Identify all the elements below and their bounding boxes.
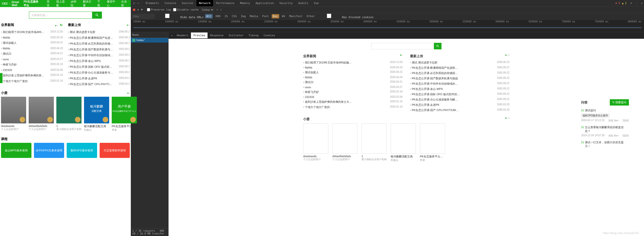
tab-sources[interactable]: Sources [179,0,196,6]
pv-search-input[interactable] [371,43,434,49]
list-item[interactable]: PK生态公开课-国标 OFD 版式软件的应用1583.09.22 [410,92,509,97]
list-item[interactable]: 我们梳理了2019年文娱市场489起融资事件，看...2019.12.03 [1,29,63,35]
list-item[interactable]: PK生态公开课-办公云漫游服务与解决方案1583.09.2 [68,70,130,76]
list-item[interactable]: 放到沙发上范德萨佛挡杀佛的发士大夫的是2020.01.16 [1,73,63,78]
book-card[interactable]: dsfasdfadsfads 个人认证的用户 [29,97,54,132]
filter-input[interactable] [132,14,154,19]
blocked-cookies-checkbox[interactable]: Has blocked cookies [318,14,374,19]
list-item[interactable]: 测试222020.04.21 [1,51,63,57]
list-item[interactable]: PK生态公开课-数通网络国产化进程及解决方案1583.09.22 [410,65,509,71]
error-badge[interactable]: ✖ 5 [615,2,621,5]
list-item[interactable]: 我们梳理了2019年文娱市场489起融资事件，看...2019.12.03 [303,60,403,65]
tab-vue[interactable]: Vue [311,0,321,6]
list-item[interactable]: PK生态公开课-中间件在信创领域的现状及应用1583.09.2 [68,52,130,58]
preserve-log-checkbox[interactable]: Preserve log [147,8,171,11]
hide-data-checkbox[interactable]: Hide data URLs [156,14,204,19]
qa-item[interactable]: 问 测试一行文本，加图片的首页显示！ [581,141,629,148]
list-item[interactable]: 放到沙发上范德萨佛挡杀佛的发士大夫的是2020.01.16 [303,99,403,105]
clear-icon[interactable]: ⊘ [137,8,139,11]
close-icon[interactable]: ✕ [641,2,642,5]
list-item[interactable]: fdsfds2020.04.20 [303,65,403,70]
nav-dots[interactable]: ■■ ↻ [55,23,63,27]
list-item[interactable]: uuuu2020.03.27 [303,85,403,89]
list-item[interactable]: PK生态公开课-国标 OFD 版式软件的应用1583.09.2 [68,64,130,70]
list-item[interactable]: 2323332020.02.06 [303,95,403,99]
list-item[interactable]: PK生态公开课-金山 WPS1583.09.22 [410,86,509,92]
list-item[interactable]: PK生态公开课-国产 CPU-PHYTIUM介绍1590.03.20 [410,108,509,113]
qa-item[interactable]: 问 怎么查看银河麒麟系统的硬盘信息？ 2019-12-24 14:07:28浏览… [581,125,629,138]
filter-all[interactable]: All [205,14,213,18]
close-detail-icon[interactable]: ✕ [170,34,174,37]
list-item[interactable]: PK生态公开课-数通网络国产化进程及解决方案1583.09.2 [68,35,130,41]
list-item[interactable]: fdsfds2020.04.20 [1,46,63,51]
nav-dots[interactable]: ■■ [127,24,130,26]
filter-img[interactable]: Img [239,14,247,18]
nav-solutions[interactable]: 解决方案 [80,0,95,7]
disable-cache-checkbox[interactable]: Disable cache [173,8,199,11]
course-card[interactable]: 方正签章软件使用 [100,143,130,158]
filter-doc[interactable]: Doc [272,14,279,18]
dtab-cookies[interactable]: Cookies [261,32,278,38]
ask-button[interactable]: ✎ 我要提问 [610,99,629,106]
list-item[interactable]: PK生态公开课-办公云漫游服务与解决方案1583.09.22 [410,97,509,102]
download-icon[interactable]: ↓ [220,8,222,11]
list-item[interactable]: PK生态公开课-从芯到系统的存储国产化之路1583.09.22 [410,71,509,76]
request-row[interactable]: home/ [131,38,168,43]
list-item[interactable]: 个地方个地方广发的2020.01.16 [303,105,403,110]
book-card[interactable]: 1 黄小娟的企业用户名称 [56,97,82,132]
list-item[interactable]: PK生态公开课-金山 WPS1583.09.2 [68,58,130,64]
list-item[interactable]: PK生态公开课-从芯到系统的存储国产化之路1583.09.2 [68,41,130,47]
warn-badge[interactable]: ▲ 2 [621,2,627,5]
book-card[interactable]: 银河麒麟适配宝典 银河麒麟适配宝典 刘俊山 [84,97,109,132]
nav-home[interactable]: 首页 [44,0,54,7]
nav-alliance[interactable]: 企业联 [119,0,131,7]
inspect-icon[interactable]: ◰ [132,2,136,5]
throttle-select[interactable]: Online [201,8,214,12]
list-item[interactable]: 神鼎飞丹砂2020.02.18 [303,89,403,95]
list-item[interactable]: uuuu2020.03.27 [1,57,63,62]
book-card[interactable]: 用户手册PK生态服务平台门户 V1.1 PK生态服务平台使 李凌 [112,97,137,132]
filter-js[interactable]: JS [223,14,229,18]
device-icon[interactable]: ▭ [136,2,140,5]
list-item[interactable]: 2323332020.02.06 [1,68,63,73]
dtab-headers[interactable]: Headers [174,32,191,38]
nav-academy[interactable]: pk学院 [68,0,80,7]
list-item[interactable]: 测试 测试进度卡拉胶1590.05.23 [410,60,509,65]
list-item[interactable]: PK生态公开课-国产数据库机遇与挑战1583.09.2 [68,47,130,52]
tab-audits[interactable]: Audits [296,0,311,6]
dtab-response[interactable]: Response [208,32,226,38]
book-card[interactable]: dsadsasda 个人认证的用户 [1,97,26,132]
qa-item[interactable]: 问 测试提问 福昕OFD版本办公套件 2020-02-17 10:12:23浏览… [581,109,629,122]
tab-network[interactable]: Network [196,0,213,6]
settings-icon[interactable]: ⚙ [630,2,632,5]
filter-media[interactable]: Media [249,14,259,18]
list-item[interactable]: 测试创建人2020.04.22 [303,70,403,75]
pv-book-card[interactable]: 1 黄小娟的企业用户名称 [361,123,387,162]
list-item[interactable]: PK生态公开课-国产 CPU-PHYTIUM介绍1590.03.2 [68,81,130,87]
list-item[interactable]: PK生态公开课-走进PK1583.03.2 [68,76,130,81]
nav-dots[interactable]: ■■ [127,92,130,94]
pv-book-card[interactable]: dsfasdfadsfads 个人认证的用户 [332,123,357,162]
upload-icon[interactable]: ↑ [216,8,218,11]
pv-book-card[interactable]: PK生态服务平台使... 李凌 [420,123,445,162]
filter-css[interactable]: CSS [230,14,238,18]
social-float[interactable] [0,73,3,83]
nav-compat[interactable]: 兼容中心 [104,0,119,7]
list-item[interactable]: 测试 测试进度卡拉胶1590.05.2 [68,29,130,35]
more-icon[interactable]: ⋮ [635,2,638,5]
tab-console[interactable]: Console [162,0,179,6]
nav-online[interactable]: 线上适配 [54,0,68,7]
course-card[interactable]: 永中OFFICE基本使用 [34,143,64,158]
dtab-initiator[interactable]: Initiator [226,32,246,38]
tab-performance[interactable]: Performance [214,0,237,6]
pv-search-button[interactable] [434,43,441,49]
course-card[interactable]: 金山WPS基本使用 [1,143,31,158]
tab-elements[interactable]: Elements [143,0,162,6]
timeline[interactable]: 50000 ms100000 ms150000 ms200000 ms25000… [131,20,644,32]
list-item[interactable]: 测试222020.04.21 [303,80,403,85]
list-item[interactable]: PK生态公开课-走进PK1583.03.20 [410,102,509,108]
search-button[interactable] [92,12,102,19]
dtab-preview[interactable]: Preview [191,32,208,38]
filter-xhr[interactable]: XHR [214,14,222,18]
list-item[interactable]: PK生态公开课-中间件在信创领域的现状及应用1583.09.22 [410,81,509,86]
